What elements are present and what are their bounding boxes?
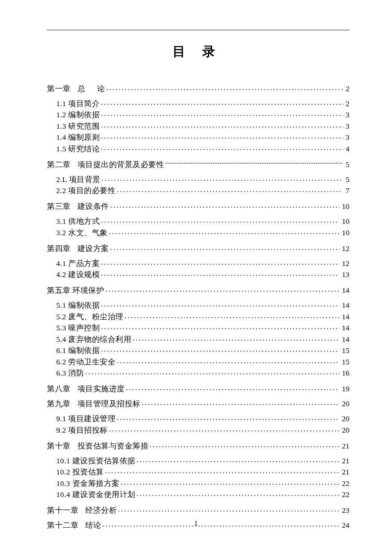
toc-label: 5.3 噪声控制 (56, 324, 100, 332)
toc-page: 13 (341, 271, 350, 279)
toc-leader (85, 368, 339, 376)
toc-sub: 9.1 项目建设管理20 (47, 414, 349, 423)
toc-label: 1.3 研究范围 (56, 123, 100, 130)
toc-page: 3 (344, 123, 349, 130)
toc-label: 10.1 建设投资估算依据 (56, 457, 135, 465)
toc-label: 1.4 编制原则 (56, 134, 100, 142)
top-rule (47, 30, 349, 30)
toc-chapter: 第十章投资估算与资金筹措21 (47, 441, 349, 450)
toc-label: 1.5 研究结论 (56, 145, 100, 153)
toc-label: 第三章建设条件 (47, 203, 109, 211)
toc-leader (105, 467, 340, 475)
toc-label: 6.1 编制依据 (56, 347, 100, 355)
toc-sub: 5.2 废气、粉尘治理14 (47, 312, 349, 321)
toc-page: 22 (341, 491, 350, 499)
toc-title: 目录 (55, 43, 349, 61)
toc-label: 1.2 编制依据 (56, 111, 100, 119)
page-number: 1 (0, 519, 392, 528)
toc-page: 20 (341, 400, 350, 408)
toc-label: 5.4 废弃物的综合利用 (56, 336, 131, 344)
toc-label: 10.4 建设资金使用计划 (56, 491, 135, 499)
toc-page: 3 (344, 111, 349, 119)
toc-chapter: 第五章 环境保护14 (47, 286, 349, 295)
toc-label: 3.1 供地方式 (56, 218, 100, 225)
toc-leader (133, 334, 339, 342)
toc-page: 14 (341, 302, 350, 309)
toc-page: 15 (341, 358, 350, 366)
toc-page: 19 (341, 385, 350, 393)
toc-leader (125, 312, 340, 319)
toc-label: 第一章总论 (47, 85, 105, 93)
toc-label: 第八章项目实施进度 (47, 385, 125, 393)
toc-label: 6.2 劳动卫生安全 (56, 358, 115, 366)
toc-leader (117, 357, 339, 364)
toc-label: 4.2 建设规模 (56, 271, 100, 279)
toc-chapter: 第三章建设条件10 (47, 202, 349, 211)
toc-label: 1.1 项目简介 (56, 100, 100, 108)
toc-sub: 10.1 建设投资估算依据21 (47, 456, 349, 465)
toc-page: 10 (341, 203, 350, 211)
toc-page: 7 (344, 187, 349, 195)
toc-label: 第四章建设方案 (47, 245, 109, 253)
toc-sub: 6.2 劳动卫生安全15 (47, 357, 349, 366)
toc-page: 10 (341, 229, 350, 237)
toc-sub: 2.2 项目的必要性7 (47, 186, 349, 195)
toc-sub: 4.1 产品方案12 (47, 258, 349, 267)
toc-label: 第五章 环境保护 (47, 287, 104, 295)
toc-chapter: 第十一章经济分析23 (47, 506, 349, 515)
toc-label: 4.1 产品方案 (56, 260, 100, 268)
toc-page: 4 (344, 145, 349, 153)
toc-chapter: 第九章项目管理及招投标20 (47, 399, 349, 408)
toc-label: 5.1 编制依据 (56, 302, 100, 309)
toc-sub: 6.1 编制依据15 (47, 346, 349, 355)
toc-sub: 2.L 项目背景5 (47, 174, 349, 183)
toc-label: 6.3 消防 (56, 370, 84, 377)
toc-chapter: 第一章总论2 (47, 84, 349, 92)
toc-page: 14 (341, 287, 350, 295)
toc-sub: 1.1 项目简介2 (47, 98, 349, 107)
toc-leader (101, 258, 339, 266)
toc-sub: 3.2 水文、气象10 (47, 228, 349, 237)
toc-sub: 5.4 废弃物的综合利用14 (47, 334, 349, 343)
toc-page: 21 (341, 442, 350, 450)
toc-leader (101, 323, 339, 331)
toc-sub: 1.5 研究结论4 (47, 144, 349, 153)
toc-page: 2 (344, 85, 349, 93)
toc-page: 14 (341, 336, 350, 344)
toc-label: 2.2 项目的必要性 (56, 187, 115, 195)
toc-page: 14 (341, 324, 350, 332)
toc-chapter: 第八章项目实施进度19 (47, 384, 349, 393)
toc-leader (101, 144, 343, 151)
toc-chapter: 第四章建设方案12 (47, 243, 349, 252)
toc-leader (137, 490, 340, 497)
toc-page: 20 (341, 427, 350, 434)
toc-sub: 10.3 资金筹措方案22 (47, 478, 349, 487)
toc-leader (117, 186, 343, 194)
toc-sub: 3.1 供地方式10 (47, 217, 349, 225)
toc-leader (117, 414, 339, 422)
toc-label: 10.3 资金筹措方案 (56, 480, 120, 488)
toc-page: 16 (341, 370, 350, 377)
toc-label: 第二章项目提出的背景及必要性 (47, 161, 164, 169)
toc-page: 3 (344, 134, 349, 142)
toc-leader (107, 84, 343, 91)
toc-sub: 1.4 编制原则3 (47, 133, 349, 142)
toc-chapter: 第二章项目提出的背景及必要性5 (47, 159, 349, 168)
toc-label: 9.2 项目招投标 (56, 427, 108, 434)
toc-page: 21 (341, 457, 350, 465)
toc-sub: 5.1 编制依据14 (47, 301, 349, 309)
toc-label: 第九章项目管理及招投标 (47, 400, 141, 408)
toc-leader (102, 174, 343, 182)
toc-leader (109, 228, 340, 235)
toc-label: 2.L 项目背景 (56, 176, 101, 184)
toc-leader (101, 121, 343, 129)
toc-label: 第十一章经济分析 (47, 507, 117, 515)
toc-page: 23 (341, 507, 350, 515)
toc-sub: 10.4 建设资金使用计划22 (47, 490, 349, 499)
toc-label: 5.2 废气、粉尘治理 (56, 313, 124, 321)
toc-label: 10.2 投资估算 (56, 468, 104, 476)
toc-page: 10 (341, 218, 350, 225)
toc-leader (150, 441, 340, 448)
toc-leader (142, 399, 340, 407)
table-of-contents: 第一章总论21.1 项目简介21.2 编制依据31.3 研究范围31.4 编制原… (47, 84, 349, 529)
